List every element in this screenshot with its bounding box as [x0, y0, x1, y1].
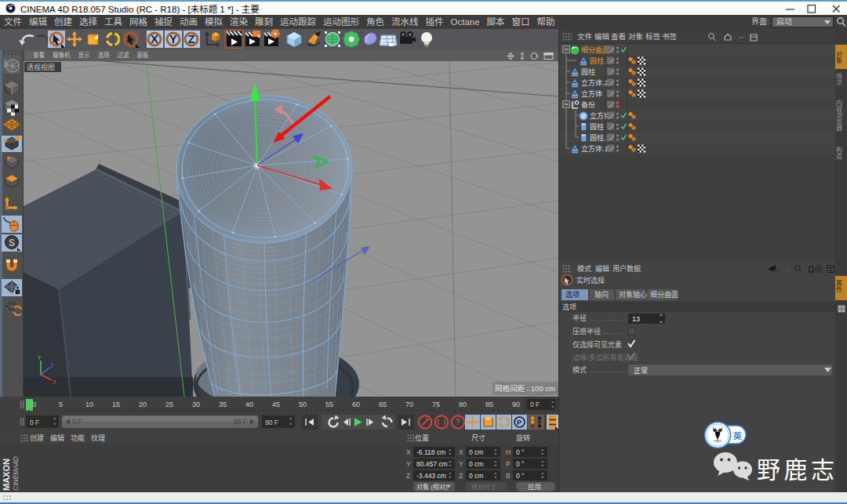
svg-text:圆柱.1: 圆柱.1 [590, 133, 610, 142]
svg-text:Y: Y [406, 460, 411, 468]
svg-text:Y: Y [459, 460, 463, 468]
svg-text:编辑: 编辑 [50, 433, 64, 442]
svg-text:立方体: 立方体 [581, 89, 602, 98]
svg-text:15: 15 [112, 401, 120, 408]
svg-text:Y: Y [38, 355, 42, 361]
svg-text:-3.443 cm: -3.443 cm [416, 472, 446, 480]
svg-text:立方体.2: 立方体.2 [581, 78, 609, 87]
svg-text:0 F: 0 F [30, 419, 39, 426]
svg-text:70: 70 [405, 401, 413, 408]
svg-text:Z: Z [50, 363, 54, 368]
svg-text:H: H [506, 448, 511, 456]
svg-text:0 cm: 0 cm [469, 460, 483, 468]
svg-text:35: 35 [219, 401, 227, 408]
svg-text:内容浏览器: 内容浏览器 [835, 99, 842, 132]
svg-text:选项: 选项 [562, 303, 576, 311]
svg-text:65: 65 [379, 401, 387, 408]
svg-text:X: X [459, 448, 463, 456]
svg-text:应用: 应用 [528, 483, 541, 491]
svg-text:细分曲面: 细分曲面 [650, 290, 678, 299]
svg-text:55: 55 [325, 401, 333, 408]
svg-text:实时选择: 实时选择 [576, 276, 605, 285]
svg-text:B: B [506, 472, 511, 480]
svg-text:13: 13 [632, 315, 640, 323]
svg-text:0 °: 0 ° [516, 472, 525, 480]
svg-text:X: X [53, 379, 56, 385]
svg-text:90 F: 90 F [265, 419, 278, 426]
svg-text:0 °: 0 ° [516, 448, 525, 456]
svg-text:0 F: 0 F [530, 401, 540, 408]
svg-text:80: 80 [459, 401, 467, 408]
svg-text:圆柱.1: 圆柱.1 [590, 56, 610, 65]
svg-text:网格间距 : 100 cm: 网格间距 : 100 cm [495, 384, 555, 393]
svg-text:5: 5 [59, 401, 63, 408]
svg-text:压感半径: 压感半径 [573, 327, 601, 335]
svg-text:0 °: 0 ° [516, 460, 525, 468]
svg-text:纹理: 纹理 [91, 433, 105, 442]
svg-text:立方体.1: 立方体.1 [581, 144, 609, 153]
svg-text:P: P [506, 460, 511, 468]
svg-text:0 cm: 0 cm [469, 472, 483, 480]
svg-text:圆柱: 圆柱 [590, 122, 604, 131]
svg-text:编辑: 编辑 [595, 264, 609, 273]
svg-text:30: 30 [192, 401, 200, 408]
svg-text:90: 90 [512, 401, 520, 408]
svg-text:20: 20 [139, 401, 147, 408]
svg-text:仅选择可见元素: 仅选择可见元素 [573, 340, 622, 349]
svg-text:正常: 正常 [634, 366, 648, 375]
svg-text:45: 45 [272, 401, 280, 408]
svg-text:对象: 对象 [835, 50, 842, 63]
svg-text:对象 (相对): 对象 (相对) [416, 483, 448, 491]
svg-text:模式: 模式 [577, 264, 591, 273]
svg-text:CINEMA4D: CINEMA4D [12, 456, 20, 491]
svg-text:属性: 属性 [835, 280, 842, 292]
svg-text:场次: 场次 [835, 73, 842, 86]
svg-text:S: S [9, 237, 15, 248]
svg-text:旋转: 旋转 [516, 433, 530, 442]
svg-text:P: P [517, 419, 522, 426]
svg-text:10: 10 [85, 401, 93, 408]
svg-text:创建: 创建 [30, 433, 44, 442]
svg-text:野鹿志: 野鹿志 [757, 457, 838, 483]
svg-text:40: 40 [245, 401, 253, 408]
svg-text:尺寸: 尺寸 [471, 433, 485, 442]
svg-text:圆柱: 圆柱 [581, 67, 595, 76]
svg-text:80.457 cm: 80.457 cm [416, 460, 448, 468]
svg-text:Z: Z [406, 472, 410, 480]
svg-text:85: 85 [485, 401, 493, 408]
svg-text:?: ? [456, 418, 460, 426]
svg-text:位置: 位置 [415, 433, 429, 442]
svg-text:Y: Y [169, 33, 177, 45]
svg-text:行鹿志: 行鹿志 [714, 439, 722, 443]
svg-text:0 cm: 0 cm [469, 448, 483, 456]
svg-text:透视视图: 透视视图 [27, 63, 55, 71]
svg-text:用户数据: 用户数据 [613, 264, 641, 273]
svg-text:X: X [151, 33, 158, 45]
svg-text:构造: 构造 [835, 146, 842, 160]
svg-text:0 F: 0 F [72, 418, 82, 426]
svg-text:25: 25 [165, 401, 173, 408]
svg-text:-6.118 cm: -6.118 cm [416, 448, 445, 456]
svg-text:英: 英 [732, 431, 742, 441]
svg-text:X: X [406, 448, 411, 456]
svg-text:细分曲面: 细分曲面 [581, 45, 609, 54]
svg-text:60: 60 [352, 401, 360, 408]
svg-text:对象轴心: 对象轴心 [619, 290, 647, 299]
svg-text:选项: 选项 [565, 290, 580, 299]
svg-text:轴向: 轴向 [594, 290, 609, 299]
svg-text:90 F: 90 F [234, 418, 247, 426]
svg-text:0: 0 [32, 401, 36, 408]
svg-text:绝对尺寸: 绝对尺寸 [471, 483, 496, 491]
svg-text:功能: 功能 [71, 433, 85, 442]
svg-text:Z: Z [188, 33, 195, 45]
svg-text:模式: 模式 [573, 365, 587, 374]
svg-text:备份: 备份 [581, 100, 595, 109]
svg-text:50: 50 [299, 401, 307, 408]
svg-text:75: 75 [432, 401, 440, 408]
svg-text:MAXON: MAXON [2, 459, 11, 491]
svg-text:半径: 半径 [573, 314, 587, 322]
svg-text:Z: Z [459, 472, 463, 480]
